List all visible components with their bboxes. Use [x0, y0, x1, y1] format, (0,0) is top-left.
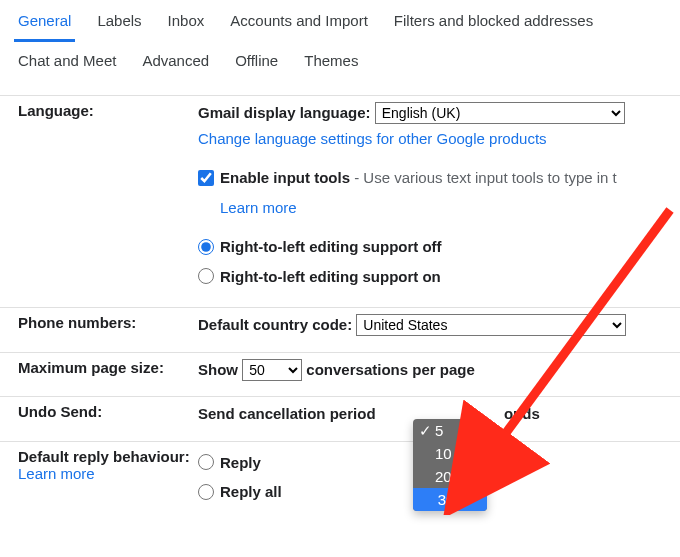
tab-labels[interactable]: Labels — [93, 6, 145, 42]
tab-chat[interactable]: Chat and Meet — [14, 46, 120, 79]
section-undo: Undo Send: Send cancellation period onds — [0, 396, 680, 441]
undo-label: Undo Send: — [18, 401, 198, 420]
dropdown-option-10[interactable]: 10 — [413, 442, 487, 465]
settings-content: Language: Gmail display language: Englis… — [0, 85, 680, 523]
reply-learn-more[interactable]: Learn more — [18, 465, 95, 482]
undo-prefix: Send cancellation period — [198, 405, 376, 422]
input-tools-learn-more[interactable]: Learn more — [220, 199, 297, 216]
reply-option: Reply — [220, 450, 261, 476]
reply-all-radio[interactable] — [198, 484, 214, 500]
rtl-off-radio[interactable] — [198, 239, 214, 255]
country-code-select[interactable]: United States — [356, 314, 626, 336]
undo-suffix: onds — [504, 405, 540, 422]
tab-general[interactable]: General — [14, 6, 75, 42]
tab-inbox[interactable]: Inbox — [164, 6, 209, 42]
tab-accounts[interactable]: Accounts and Import — [226, 6, 372, 42]
dropdown-option-30[interactable]: 30 — [413, 488, 487, 511]
section-pagesize: Maximum page size: Show 50 conversations… — [0, 352, 680, 397]
phone-label: Phone numbers: — [18, 312, 198, 331]
reply-label: Default reply behaviour: — [18, 448, 190, 465]
section-reply: Default reply behaviour: Learn more Repl… — [0, 441, 680, 523]
pagesize-select[interactable]: 50 — [242, 359, 302, 381]
rtl-on-label: Right-to-left editing support on — [220, 264, 441, 290]
settings-tabs-row1: General Labels Inbox Accounts and Import… — [0, 0, 680, 42]
dropdown-option-20[interactable]: 20 — [413, 465, 487, 488]
rtl-on-radio[interactable] — [198, 268, 214, 284]
reply-all-option: Reply all — [220, 479, 282, 505]
language-label: Language: — [18, 100, 198, 119]
display-language-select[interactable]: English (UK) — [375, 102, 625, 124]
undo-send-dropdown[interactable]: ✓ 5 10 20 30 — [413, 419, 487, 511]
pagesize-show: Show — [198, 361, 238, 378]
display-language-label: Gmail display language: — [198, 104, 371, 121]
tab-themes[interactable]: Themes — [300, 46, 362, 79]
enable-input-tools-checkbox[interactable] — [198, 170, 214, 186]
section-language: Language: Gmail display language: Englis… — [0, 95, 680, 307]
section-phone: Phone numbers: Default country code: Uni… — [0, 307, 680, 352]
tab-advanced[interactable]: Advanced — [138, 46, 213, 79]
change-language-link[interactable]: Change language settings for other Googl… — [198, 130, 547, 147]
pagesize-label: Maximum page size: — [18, 357, 198, 376]
reply-radio[interactable] — [198, 454, 214, 470]
settings-tabs-row2: Chat and Meet Advanced Offline Themes — [0, 42, 680, 85]
dropdown-option-5[interactable]: ✓ 5 — [413, 419, 487, 442]
tab-filters[interactable]: Filters and blocked addresses — [390, 6, 597, 42]
pagesize-suffix: conversations per page — [306, 361, 474, 378]
enable-input-tools-desc: - Use various text input tools to type i… — [350, 169, 617, 186]
rtl-off-label: Right-to-left editing support off — [220, 234, 442, 260]
enable-input-tools-label: Enable input tools — [220, 169, 350, 186]
country-code-label: Default country code: — [198, 316, 352, 333]
tab-offline[interactable]: Offline — [231, 46, 282, 79]
check-icon: ✓ — [419, 422, 432, 440]
